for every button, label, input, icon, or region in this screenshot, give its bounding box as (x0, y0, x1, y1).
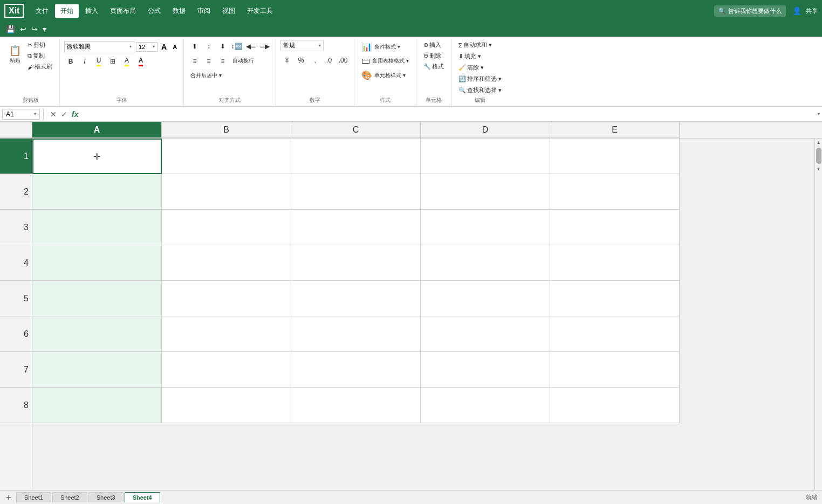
cell-D2[interactable] (421, 174, 550, 210)
cell-A6[interactable] (32, 316, 162, 352)
align-left-button[interactable]: ≡ (188, 55, 201, 67)
conditional-format-button[interactable]: 📊 条件格式 ▾ (359, 40, 403, 53)
merge-center-button[interactable]: 合并后居中 ▾ (188, 70, 224, 81)
row-num-4[interactable]: 4 (0, 245, 32, 281)
cell-D8[interactable] (421, 388, 550, 423)
menu-page-layout[interactable]: 页面布局 (105, 4, 141, 18)
cell-D3[interactable] (421, 210, 550, 245)
italic-button[interactable]: I (78, 56, 91, 67)
col-header-A[interactable]: A (32, 122, 162, 138)
cell-D6[interactable] (421, 316, 550, 352)
cell-A3[interactable] (32, 210, 162, 245)
sheet-tab-1[interactable]: Sheet1 (16, 492, 51, 502)
formula-expand-button[interactable]: ▾ (818, 112, 820, 116)
confirm-icon[interactable]: ✓ (60, 109, 68, 120)
delete-button[interactable]: ⊖ 删除 (421, 51, 447, 61)
cell-E7[interactable] (550, 352, 680, 388)
accounting-format-button[interactable]: ¥ (280, 54, 293, 66)
row-num-3[interactable]: 3 (0, 210, 32, 245)
cell-C1[interactable] (291, 139, 421, 174)
align-center-button[interactable]: ≡ (202, 55, 215, 67)
paste-button[interactable]: 📋 粘贴 (6, 40, 24, 70)
cell-E6[interactable] (550, 316, 680, 352)
text-direction-button[interactable]: ↕🔤 (230, 40, 243, 52)
cell-C7[interactable] (291, 352, 421, 388)
sheet-tab-2[interactable]: Sheet2 (52, 492, 87, 502)
number-format-selector[interactable]: 常规 ▾ (280, 40, 324, 51)
col-header-E[interactable]: E (550, 122, 680, 138)
cell-styles-button[interactable]: 🎨 单元格样式 ▾ (359, 68, 408, 82)
cell-E3[interactable] (550, 210, 680, 245)
cell-A7[interactable] (32, 352, 162, 388)
increase-font-size-button[interactable]: A (159, 42, 169, 52)
row-num-1[interactable]: 1 (0, 139, 32, 174)
cell-B7[interactable] (162, 352, 291, 388)
insert-button[interactable]: ⊕ 插入 (421, 40, 447, 50)
borders-button[interactable]: ⊞ (106, 56, 119, 67)
col-header-B[interactable]: B (162, 122, 291, 138)
menu-file[interactable]: 文件 (30, 4, 54, 18)
percent-button[interactable]: % (294, 54, 307, 66)
align-top-button[interactable]: ⬆ (188, 40, 201, 52)
row-num-2[interactable]: 2 (0, 174, 32, 210)
menu-formulas[interactable]: 公式 (142, 4, 166, 18)
underline-button[interactable]: U (92, 56, 105, 67)
cell-D7[interactable] (421, 352, 550, 388)
col-header-C[interactable]: C (291, 122, 421, 138)
font-color-button[interactable]: A (134, 56, 147, 67)
cell-B8[interactable] (162, 388, 291, 423)
cell-C4[interactable] (291, 245, 421, 281)
cancel-icon[interactable]: ✕ (49, 109, 58, 120)
format-button[interactable]: 🔧 格式 (421, 61, 447, 72)
table-format-button[interactable]: 🗃 套用表格格式 ▾ (359, 54, 412, 67)
scroll-down-button[interactable]: ▼ (815, 165, 822, 173)
align-right-button[interactable]: ≡ (216, 55, 229, 67)
menu-review[interactable]: 审阅 (192, 4, 216, 18)
row-num-6[interactable]: 6 (0, 316, 32, 352)
add-sheet-button[interactable]: + (2, 492, 15, 503)
cell-B2[interactable] (162, 174, 291, 210)
cell-B6[interactable] (162, 316, 291, 352)
indent-inc-button[interactable]: ═▶ (258, 40, 271, 52)
cell-E4[interactable] (550, 245, 680, 281)
cell-A2[interactable] (32, 174, 162, 210)
cell-reference-box[interactable]: A1 ▾ (2, 109, 40, 120)
cut-button[interactable]: ✂ 剪切 (25, 40, 55, 50)
cell-B3[interactable] (162, 210, 291, 245)
cell-A4[interactable] (32, 245, 162, 281)
bold-button[interactable]: B (64, 56, 77, 67)
cell-A1[interactable]: ✛ (32, 139, 162, 174)
menu-insert[interactable]: 插入 (80, 4, 104, 18)
menu-data[interactable]: 数据 (167, 4, 191, 18)
search-bar[interactable]: 🔍 告诉我你想要做什么 (714, 5, 786, 17)
redo-button[interactable]: ↪ (30, 24, 39, 34)
cell-C2[interactable] (291, 174, 421, 210)
cell-A8[interactable] (32, 388, 162, 423)
row-num-8[interactable]: 8 (0, 388, 32, 423)
formula-input[interactable] (84, 109, 816, 119)
select-all-cell[interactable] (0, 122, 32, 138)
cell-C8[interactable] (291, 388, 421, 423)
menu-view[interactable]: 视图 (217, 4, 241, 18)
comma-button[interactable]: , (309, 54, 321, 66)
sort-filter-button[interactable]: 🔃 排序和筛选 ▾ (456, 74, 504, 84)
menu-developer[interactable]: 开发工具 (242, 4, 278, 18)
cell-A5[interactable] (32, 281, 162, 316)
font-name-selector[interactable]: 微软雅黑 ▾ (64, 41, 134, 52)
menu-home[interactable]: 开始 (55, 4, 79, 18)
cell-C6[interactable] (291, 316, 421, 352)
wrap-text-button[interactable]: 自动换行 (230, 55, 256, 67)
cell-B1[interactable] (162, 139, 291, 174)
scroll-thumb[interactable] (816, 148, 821, 164)
dec-increase-button[interactable]: .0 (323, 54, 335, 66)
align-bottom-button[interactable]: ⬇ (216, 40, 229, 52)
cell-D5[interactable] (421, 281, 550, 316)
cell-C3[interactable] (291, 210, 421, 245)
find-select-button[interactable]: 🔍 查找和选择 ▾ (456, 85, 504, 95)
sheet-tab-4[interactable]: Sheet4 (125, 492, 160, 502)
customize-quick-access[interactable]: ▾ (41, 24, 48, 34)
sheet-tab-3[interactable]: Sheet3 (88, 492, 124, 502)
col-header-D[interactable]: D (421, 122, 550, 138)
row-num-5[interactable]: 5 (0, 281, 32, 316)
clear-button[interactable]: 🧹 清除 ▾ (456, 63, 487, 73)
